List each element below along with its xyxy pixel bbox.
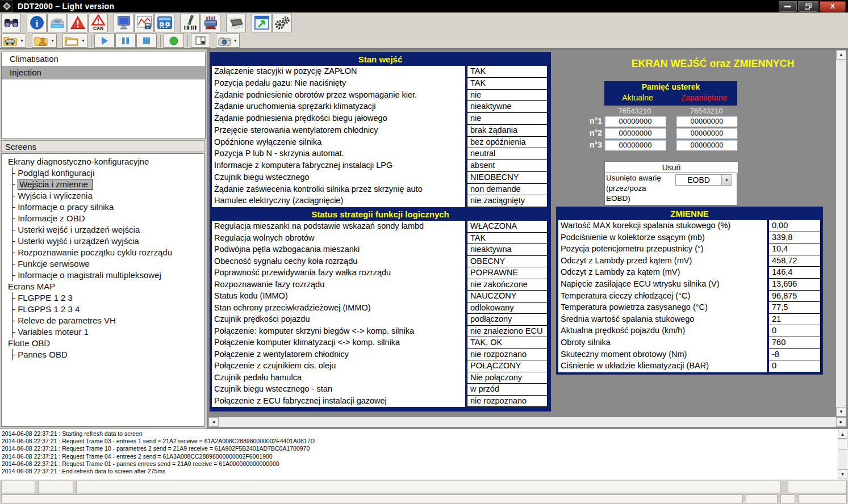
scroll-right-icon[interactable]: ► [836,417,846,427]
tree-item[interactable]: Funkcje serwisowe [12,258,204,270]
tree-item[interactable]: Usterki wyjść i urządzeń wyjścia [12,236,204,247]
memory-chip-icon[interactable] [226,14,246,32]
tree-item[interactable]: Usterki wejść i urządzeń wejścia [12,224,204,236]
io-label: Żądanie zaświecenia kontrolki silnika pr… [212,184,465,196]
dropdown-arrow-icon[interactable]: ▼ [233,39,237,43]
system-item-climatisation[interactable]: Climatisation [2,52,205,66]
close-button[interactable]: X [820,1,846,12]
log-line: 2014-06-08 22:37:21 : Starting refresh d… [2,430,848,438]
io-row: Obecność sygnału cechy koła rozrządu OBE… [212,256,549,268]
status-panel [1,481,35,493]
dropdown-value: EOBD [676,175,721,185]
io-row: Żądanie podniesienia prędkości biegu jał… [212,113,549,125]
tree-item[interactable]: Informacje o pracy silnika [12,201,204,213]
info-icon[interactable]: i [27,14,47,32]
tree-item[interactable]: Pannes OBD [12,349,204,360]
tree-item[interactable]: Wyjścia i wyliczenia [12,190,204,201]
variable-value: 10,4 [768,243,821,255]
screens-section-label: Screens [1,140,204,152]
status-panel [780,494,795,503]
io-row: Załączenie stacyjki w pozycję ZAPŁON TAK [212,66,549,78]
pause-icon[interactable] [115,33,136,48]
io-value: POŁĄCZONY [467,360,548,372]
stop-icon[interactable] [136,33,157,48]
fault-stored-field: 00000000 [676,128,738,139]
io-label: Czujnik pedału hamulca [212,372,465,384]
scroll-left-icon[interactable]: ◄ [208,417,219,427]
tree-item[interactable]: Releve de parametres VH [12,315,204,326]
io-value: podłączony [467,314,548,326]
scroll-up-icon[interactable]: ▲ [836,50,846,60]
io-label: Połączenie z czujnikiem cis. oleju [212,360,465,372]
tree-item[interactable]: FLGPPS 1 2 3 4 [12,304,204,315]
variables-panel-title: ZMIENNE [556,207,823,220]
binoculars-search-icon[interactable] [1,14,21,32]
scroll-down-icon[interactable]: ▼ [836,407,846,417]
variable-row: Odczyt z Lambdy przed kątem (mV) 458,72 [558,255,821,267]
open-folder-icon[interactable]: ▼ [62,33,87,48]
fault-stored-field: 00000000 [676,116,738,127]
tree-item[interactable]: Rozpoznawanie początku cyklu rozrządu [12,247,204,258]
log-scrollbar[interactable]: ▲ ▼ [838,430,847,478]
snapshot-camera-icon[interactable]: ▼ [216,33,240,48]
fault-stored-label: Zapamiętane [671,93,737,103]
tree-group-header[interactable]: Ecrans MAP [2,281,204,292]
log-line: 2014-06-08 22:37:21 : End refresh data t… [2,468,848,475]
variable-value: -8 [768,349,821,361]
variable-row: Aktualna prędkość pojazdu (km/h) 0 [558,325,821,337]
dropdown-arrow-icon[interactable]: ▼ [20,39,24,43]
variable-label: Temperatura powietrza zasysanego (°C) [558,302,767,314]
scroll-down-icon[interactable]: ▼ [838,469,847,478]
system-item-injection[interactable]: Injection [2,66,205,79]
tree-item[interactable]: Variables moteur 1 [12,326,204,338]
open-user-folder-icon[interactable]: ▼ [32,33,57,48]
tree-group-header[interactable]: Flotte OBD [2,338,204,349]
minimize-button[interactable] [779,1,797,12]
clear-faults-box: Usunięto awarię (przez/poza EOBD) EOBD ▼ [604,173,737,205]
io-row: Opóźnione wyłączenie silnika bez opóźnie… [212,137,549,149]
variable-value: 146,4 [768,267,821,279]
vertical-scrollbar[interactable]: ▲ ▼ [836,50,846,417]
dropdown-arrow-icon[interactable]: ▼ [51,39,55,43]
play-icon[interactable] [94,33,115,48]
window-expand-icon[interactable] [252,14,271,32]
variable-value: 77,5 [768,302,821,314]
io-label: Stan ochrony przeciwkradzieżowej (IMMO) [212,303,465,314]
settings-gears-icon[interactable] [272,14,292,32]
tree-item-selected[interactable]: Wejścia i zmienne [12,179,204,190]
variable-row: Obroty silnika 760 [558,337,821,349]
variable-label: Temperatura cieczy chłodzącej (°C) [558,291,767,303]
io-row: Żądanie uruchomienia sprężarki klimatyza… [212,101,549,113]
clear-faults-button[interactable]: Usuń [604,161,738,174]
tree-item[interactable]: Podgląd konfiguracji [12,167,204,179]
tree-item[interactable]: Informacje z OBD [12,213,204,224]
tree-item[interactable]: FLGPPE 1 2 3 [12,292,204,304]
io-row: Połączenie z ECU fabrycznej instalacji g… [212,396,549,408]
io-label: Połączenie komputer klimatyzacji <-> kom… [212,337,465,349]
horizontal-scrollbar[interactable]: ◄ ► [208,417,846,427]
vehicle-data-icon[interactable] [47,14,67,32]
can-warning-icon[interactable]: CAN [88,14,108,32]
variable-row: Temperatura cieczy chłodzącej (°C) 96,87… [558,291,821,303]
restore-button[interactable] [798,1,818,12]
window-layout-icon[interactable] [191,33,210,48]
injector-sensor-icon[interactable] [180,14,200,32]
dropdown-arrow-icon[interactable]: ▼ [81,39,85,43]
clear-scope-dropdown[interactable]: EOBD ▼ [675,174,732,186]
warning-triangle-icon[interactable] [68,14,87,32]
connector-icon[interactable] [200,14,220,32]
monitor-icon[interactable] [114,14,133,32]
control-panel-icon[interactable] [154,14,174,32]
io-row: Regulacja mieszanki na podstawie wskazań… [212,221,549,233]
io-row: Stan ochrony przeciwkradzieżowej (IMMO) … [212,303,549,314]
file-toolbar: ▼ ▼ ▼ ▼ [0,33,848,49]
tree-item[interactable]: Informacje o magistrali multipleksowej [12,270,204,281]
scrollbar-thumb[interactable] [838,439,847,450]
variable-row: Skuteczny moment obrotowy (Nm) -8 [558,349,821,361]
open-vehicle-folder-icon[interactable]: ▼ [1,33,26,48]
scroll-up-icon[interactable]: ▲ [838,430,847,439]
tree-group-header[interactable]: Ekrany diagnostyczno-konfiguracyjne [2,156,204,167]
graph-record-icon[interactable] [134,14,154,32]
record-icon[interactable] [164,33,184,48]
chevron-down-icon[interactable]: ▼ [721,175,732,185]
